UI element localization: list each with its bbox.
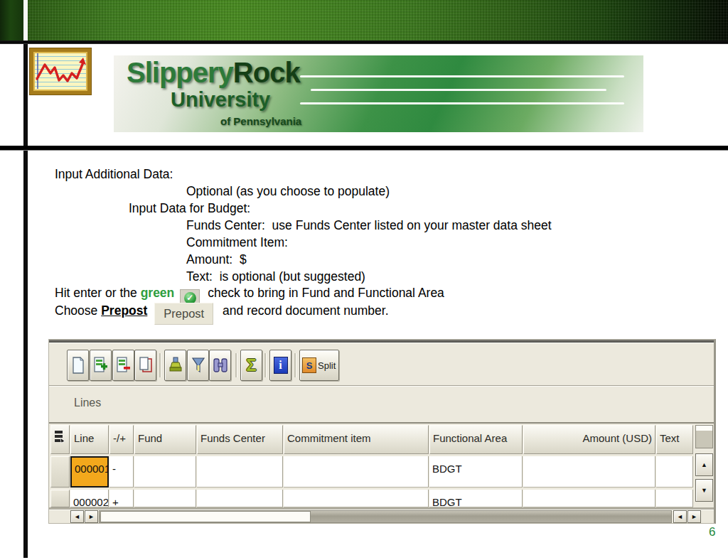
line9-prepost-word: Prepost	[101, 303, 147, 318]
cell-line[interactable]: 000002	[70, 490, 109, 507]
split-icon: S	[302, 357, 316, 373]
cell-commitment-item[interactable]	[284, 456, 429, 488]
sort-icon	[168, 357, 183, 374]
filter-icon	[191, 357, 205, 374]
column-header-funds-center[interactable]: Funds Center	[197, 425, 283, 454]
scroll-down-button[interactable]: ▼	[695, 479, 713, 502]
column-header-line[interactable]: Line	[70, 425, 109, 454]
cell-sign[interactable]: +	[109, 490, 134, 507]
new-entry-button[interactable]	[67, 350, 89, 381]
lines-section-label: Lines	[74, 397, 101, 409]
sap-toolbar: Σ i S Split	[49, 343, 714, 386]
table-select-icon	[54, 430, 65, 444]
banner-stripe	[300, 102, 624, 104]
column-header-amount[interactable]: Amount (USD)	[523, 425, 655, 454]
insert-line-button[interactable]	[90, 350, 112, 381]
banner-stripe	[311, 89, 606, 91]
binoculars-icon	[213, 357, 228, 374]
cell-fund[interactable]	[134, 456, 196, 488]
copy-line-button[interactable]	[134, 350, 156, 381]
instruction-line-1: Input Additional Data:	[55, 166, 173, 183]
column-header-sign[interactable]: -/+	[109, 425, 134, 454]
line8-prefix: Hit enter or the	[55, 286, 141, 300]
line8-suffix: check to bring in Fund and Functional Ar…	[204, 286, 444, 300]
chart-logo-icon	[30, 48, 91, 95]
split-button[interactable]: S Split	[299, 350, 339, 381]
logo-word-of-pennsylvania: of Pennsylvania	[220, 115, 301, 127]
cell-commitment-item[interactable]	[284, 490, 429, 507]
banner-bottom-edge	[0, 41, 728, 44]
page-plus-icon	[94, 357, 108, 374]
toolbar-separator	[159, 353, 161, 377]
copy-icon	[139, 357, 153, 374]
instruction-line-6: Amount: $	[186, 251, 247, 268]
cell-fund[interactable]	[134, 490, 196, 507]
chart-zigzag-graphic	[33, 52, 87, 91]
column-header-text[interactable]: Text	[656, 425, 693, 454]
scroll-up-button[interactable]: ▲	[695, 453, 713, 476]
instruction-line-7: Text: is optional (but suggested)	[186, 268, 365, 285]
find-button[interactable]	[209, 350, 231, 381]
instruction-line-4: Funds Center: use Funds Center listed on…	[186, 217, 552, 234]
cell-funds-center[interactable]	[197, 456, 283, 488]
horizontal-scrollbar-thumb[interactable]	[100, 511, 311, 522]
toolbar-separator	[294, 353, 296, 377]
info-button[interactable]: i	[269, 350, 291, 381]
cell-text[interactable]	[656, 456, 693, 488]
banner-left-block	[0, 0, 23, 41]
line9-suffix: and record document number.	[219, 303, 388, 318]
info-icon: i	[274, 357, 288, 374]
column-header-functional-area[interactable]: Functional Area	[429, 425, 523, 454]
split-button-label: Split	[318, 360, 336, 371]
slide-page-number: 6	[709, 525, 715, 539]
filter-button[interactable]	[187, 350, 209, 381]
logo-word-university: University	[171, 88, 270, 112]
logo-word-slippery: Slippery	[127, 57, 233, 88]
line9-prefix: Choose	[55, 303, 101, 318]
scroll-right-button[interactable]: ►	[85, 510, 98, 523]
sort-ascending-button[interactable]	[164, 350, 186, 381]
instruction-line-2: Optional (as you choose to populate)	[186, 183, 390, 200]
vertical-scrollbar-thumb[interactable]	[695, 425, 713, 448]
blank-page-icon	[72, 357, 85, 374]
instruction-line-5: Commitment Item:	[186, 234, 288, 251]
cell-sign[interactable]: -	[109, 456, 134, 488]
cell-amount[interactable]	[523, 456, 655, 488]
line8-green-word: green	[141, 286, 175, 300]
university-logo-banner: SlipperyRock University of Pennsylvania	[114, 55, 643, 132]
logo-wordmark: SlipperyRock	[127, 57, 300, 89]
cell-amount[interactable]	[523, 490, 655, 507]
row-selector[interactable]	[50, 456, 70, 488]
toolbar-separator	[235, 353, 237, 377]
vertical-divider-line	[23, 44, 28, 558]
sigma-icon: Σ	[246, 357, 256, 374]
cell-funds-center[interactable]	[197, 490, 283, 507]
select-all-button[interactable]	[50, 425, 70, 454]
lines-section-row: Lines	[49, 386, 714, 424]
toolbar-separator	[264, 353, 267, 377]
column-header-commitment-item[interactable]: Commitment item	[284, 425, 429, 454]
logo-word-rock: Rock	[233, 57, 300, 88]
instruction-line-9: Choose PrepostPrepost and record documen…	[55, 302, 389, 325]
presentation-slide: SlipperyRock University of Pennsylvania …	[0, 0, 728, 560]
banner-green-texture	[28, 0, 728, 41]
instruction-line-3: Input Data for Budget:	[129, 200, 250, 217]
horizontal-divider-line	[0, 146, 728, 151]
cell-functional-area[interactable]: BDGT	[429, 456, 523, 488]
column-header-fund[interactable]: Fund	[134, 425, 196, 454]
sum-button[interactable]: Σ	[240, 350, 262, 381]
scroll-right-button[interactable]: ►	[687, 510, 701, 523]
slide-top-banner	[0, 0, 728, 44]
cell-line[interactable]: 000001	[70, 456, 109, 488]
banner-stripe	[300, 75, 624, 77]
cell-text[interactable]	[656, 490, 693, 507]
row-selector[interactable]	[50, 490, 70, 507]
scroll-left-button[interactable]: ◄	[70, 510, 84, 523]
prepost-button[interactable]: Prepost	[154, 303, 213, 325]
scroll-left-button[interactable]: ◄	[673, 510, 687, 523]
cell-functional-area[interactable]: BDGT	[429, 490, 523, 507]
delete-line-button[interactable]	[112, 350, 134, 381]
page-minus-icon	[117, 357, 131, 374]
sap-lines-panel: Σ i S Split Lines Line -/+	[48, 339, 716, 524]
